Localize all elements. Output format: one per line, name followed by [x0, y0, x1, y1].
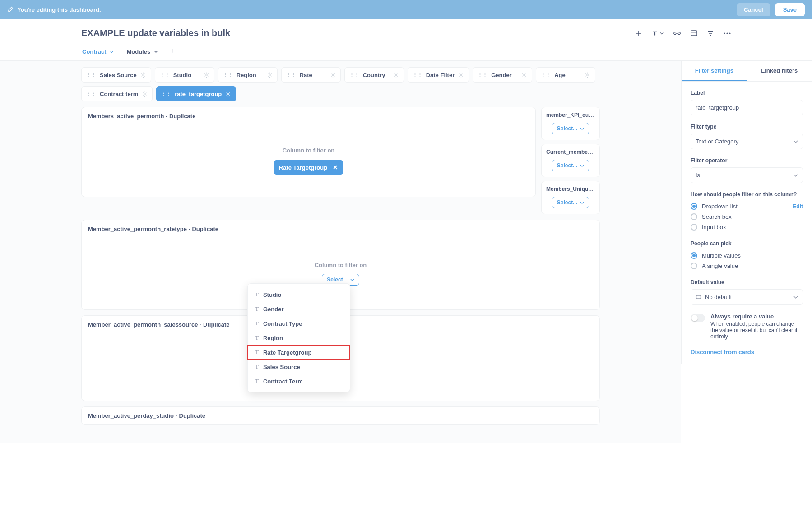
- add-tab-button[interactable]: [170, 48, 175, 57]
- dropdown-item[interactable]: TRegion: [248, 331, 350, 345]
- chevron-down-icon: [793, 139, 798, 144]
- svg-rect-14: [696, 295, 701, 299]
- filter-operator-title: Filter operator: [691, 157, 803, 164]
- gear-icon[interactable]: [204, 72, 209, 78]
- gear-icon[interactable]: [393, 72, 399, 78]
- people-pick-title: People can pick: [691, 240, 803, 247]
- text-type-icon: T: [255, 378, 259, 385]
- save-button[interactable]: Save: [775, 3, 805, 16]
- cancel-button[interactable]: Cancel: [737, 3, 770, 16]
- page-title: EXAMPLE update variables in bulk: [81, 28, 230, 38]
- dashcard-title: Members_Unique_fi...: [546, 186, 595, 192]
- dropdown-item[interactable]: TGender: [248, 302, 350, 316]
- filter-icon[interactable]: [707, 30, 714, 37]
- text-type-icon: T: [255, 305, 259, 313]
- svg-point-13: [227, 93, 229, 95]
- tab-contract[interactable]: Contract: [81, 45, 115, 60]
- svg-point-2: [726, 32, 728, 34]
- gear-icon[interactable]: [225, 91, 231, 97]
- label-input[interactable]: [691, 100, 803, 115]
- tab-linked-filters[interactable]: Linked filters: [747, 61, 812, 81]
- filter-type-title: Filter type: [691, 124, 803, 130]
- chevron-down-icon: [793, 173, 798, 178]
- gear-icon[interactable]: [140, 72, 146, 78]
- radio-multiple-values[interactable]: Multiple values: [691, 250, 803, 261]
- text-add-icon[interactable]: [652, 30, 664, 37]
- dashcard-member-active-perday-studio[interactable]: Member_active_perday_studio - Duplicate: [81, 406, 600, 425]
- select-column-button[interactable]: Select...: [552, 197, 589, 208]
- svg-point-1: [724, 32, 725, 34]
- select-column-button[interactable]: Select...: [552, 123, 589, 134]
- filter-chip-date-filter[interactable]: ⋮⋮Date Filter: [408, 67, 469, 83]
- svg-point-6: [269, 74, 270, 76]
- svg-point-5: [205, 74, 207, 76]
- pencil-icon: [7, 6, 14, 13]
- svg-point-9: [460, 74, 462, 76]
- gear-icon[interactable]: [267, 72, 273, 78]
- dashcard-members-unique[interactable]: Members_Unique_fi... Select...: [541, 181, 600, 214]
- tabs: Contract Modules: [0, 38, 812, 61]
- always-require-toggle[interactable]: [691, 314, 705, 322]
- filter-operator-select[interactable]: Is: [691, 167, 803, 183]
- column-filter-label: Column to filter on: [315, 262, 367, 268]
- filter-chip-country[interactable]: ⋮⋮Country: [344, 67, 404, 83]
- dropdown-item[interactable]: TStudio: [248, 287, 350, 302]
- gear-icon[interactable]: [330, 72, 336, 78]
- svg-point-11: [587, 74, 589, 76]
- filter-chip-row: ⋮⋮Sales Source ⋮⋮Studio ⋮⋮Region ⋮⋮Rate …: [81, 67, 600, 101]
- grip-icon: ⋮⋮: [478, 73, 487, 78]
- close-icon[interactable]: ✕: [333, 164, 338, 171]
- tab-filter-settings[interactable]: Filter settings: [682, 61, 747, 81]
- dashcard-current-members[interactable]: Current_members_... Select...: [541, 144, 600, 177]
- gear-icon[interactable]: [585, 72, 590, 78]
- dropdown-item[interactable]: TContract Type: [248, 316, 350, 331]
- radio-icon: [691, 213, 697, 220]
- dashcard-member-kpi[interactable]: member_KPI_curre... Select...: [541, 107, 600, 140]
- disconnect-link[interactable]: Disconnect from cards: [691, 349, 803, 355]
- dropdown-item[interactable]: TSales Source: [248, 360, 350, 374]
- radio-single-value[interactable]: A single value: [691, 261, 803, 271]
- filter-chip-rate-targetgroup[interactable]: ⋮⋮rate_targetgroup: [156, 86, 236, 101]
- gear-icon[interactable]: [142, 91, 148, 97]
- text-type-icon: T: [255, 349, 259, 356]
- grip-icon: ⋮⋮: [349, 73, 359, 78]
- filter-chip-age[interactable]: ⋮⋮Age: [536, 67, 595, 83]
- column-filter-label: Column to filter on: [283, 147, 335, 154]
- layout-icon[interactable]: [691, 30, 697, 36]
- tab-modules[interactable]: Modules: [125, 45, 159, 60]
- select-column-button[interactable]: Select...: [552, 160, 589, 171]
- filter-chip-rate[interactable]: ⋮⋮Rate: [281, 67, 341, 83]
- filter-type-select[interactable]: Text or Category: [691, 134, 803, 149]
- radio-dropdown-list[interactable]: Dropdown list: [691, 201, 738, 212]
- gear-icon[interactable]: [458, 72, 464, 78]
- how-filter-title: How should people filter on this column?: [691, 191, 803, 198]
- column-pill[interactable]: Rate Targetgroup ✕: [274, 160, 343, 175]
- filter-chip-studio[interactable]: ⋮⋮Studio: [155, 67, 214, 83]
- more-icon[interactable]: [724, 32, 731, 34]
- link-icon[interactable]: [673, 30, 681, 37]
- dropdown-item[interactable]: TContract Term: [248, 374, 350, 388]
- dropdown-item-highlighted[interactable]: TRate Targetgroup: [248, 345, 350, 360]
- radio-input-box[interactable]: Input box: [691, 222, 803, 232]
- default-value-title: Default value: [691, 279, 803, 286]
- filter-chip-gender[interactable]: ⋮⋮Gender: [473, 67, 532, 83]
- gear-icon[interactable]: [521, 72, 527, 78]
- tag-icon: [696, 294, 701, 300]
- edit-banner: You're editing this dashboard. Cancel Sa…: [0, 0, 812, 19]
- filter-chip-sales-source[interactable]: ⋮⋮Sales Source: [81, 67, 151, 83]
- filter-chip-region[interactable]: ⋮⋮Region: [218, 67, 278, 83]
- radio-icon: [691, 203, 697, 210]
- edit-link[interactable]: Edit: [793, 203, 803, 210]
- label-field-title: Label: [691, 90, 803, 96]
- text-type-icon: T: [255, 334, 259, 341]
- dashcard-member-active-ratetype[interactable]: Member_active_permonth_ratetype - Duplic…: [81, 220, 600, 310]
- filter-chip-contract-term[interactable]: ⋮⋮Contract term: [81, 86, 153, 101]
- text-type-icon: T: [255, 363, 259, 370]
- radio-icon: [691, 252, 697, 259]
- radio-search-box[interactable]: Search box: [691, 212, 803, 222]
- radio-icon: [691, 263, 697, 269]
- always-require-desc: When enabled, people can change the valu…: [710, 321, 797, 340]
- add-icon[interactable]: [636, 30, 642, 37]
- dashcard-members-active-permonth[interactable]: Members_active_permonth - Duplicate Colu…: [81, 107, 536, 197]
- default-value-select[interactable]: No default: [691, 289, 803, 305]
